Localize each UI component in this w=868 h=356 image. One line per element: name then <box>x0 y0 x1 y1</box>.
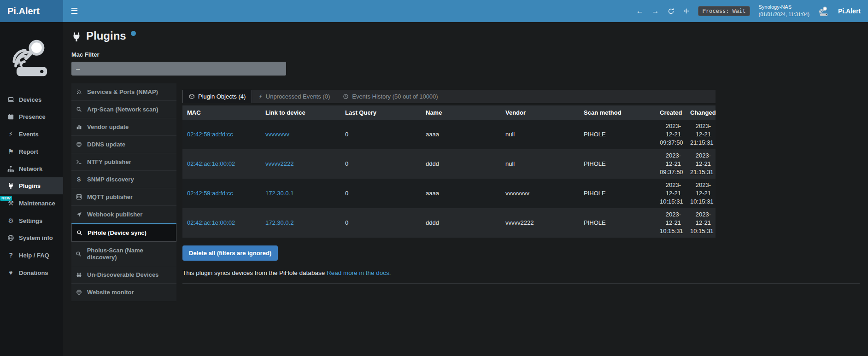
table-row: 02:42:59:ad:fd:ccvvvvvvvv0aaaanullPIHOLE… <box>182 120 716 149</box>
process-status-badge: Process: Wait <box>698 6 751 16</box>
sidebar-item-help-faq[interactable]: ?Help / FAQ <box>0 246 63 264</box>
col-header-mac: MAC <box>182 105 261 120</box>
plugin-nav-label: PiHole (Device sync) <box>88 229 147 236</box>
nav-back-icon[interactable]: ← <box>636 7 644 15</box>
plugin-nav-item-vendor-update[interactable]: Vendor update <box>71 118 176 136</box>
sidebar-item-label: Settings <box>19 217 42 224</box>
refresh-icon[interactable] <box>668 8 674 15</box>
cell-changed: 2023-12-2110:15:31 <box>686 208 716 238</box>
sidebar-item-system-info[interactable]: System info <box>0 229 63 246</box>
sidebar-item-label: Plugins <box>19 182 41 189</box>
cell-scan-method: PIHOLE <box>579 149 655 179</box>
flag-icon: ⚑ <box>7 148 15 155</box>
plugin-nav-label: MQTT publisher <box>87 193 133 200</box>
topbar: Pi.Alert ☰ ← → Process: Wait Synology-NA… <box>0 0 868 22</box>
cell-last-query: 0 <box>340 120 421 149</box>
sidebar-item-network[interactable]: Network <box>0 160 63 177</box>
plugin-nav-label: SNMP discovery <box>87 176 134 183</box>
cell-name: aaaa <box>421 120 501 149</box>
plugin-nav-item-pholus-scan-name-discovery[interactable]: Pholus-Scan (Name discovery) <box>71 242 176 266</box>
cell-created: 2023-12-2109:37:50 <box>655 149 686 179</box>
plugin-nav-label: Services & Ports (NMAP) <box>87 88 158 95</box>
mac-link[interactable]: 02:42:ac:1e:00:02 <box>187 160 235 167</box>
sidebar-item-report[interactable]: ⚑Report <box>0 143 63 160</box>
nav-forward-icon[interactable]: → <box>652 7 659 15</box>
plugin-nav-item-ntfy-publisher[interactable]: NTFY publisher <box>71 153 176 171</box>
col-header-link-to-device: Link to device <box>261 105 340 120</box>
mac-filter-label: Mac Filter <box>71 51 860 58</box>
sidebar-item-plugins[interactable]: Plugins <box>0 177 63 194</box>
tab-label: Plugin Objects (4) <box>198 93 246 100</box>
new-badge: NEW <box>0 196 12 201</box>
mac-link[interactable]: 02:42:ac:1e:00:02 <box>187 219 235 226</box>
sidebar-item-label: System info <box>19 234 53 241</box>
app-name: Pi.Alert <box>838 7 861 15</box>
binoculars-icon <box>75 272 82 278</box>
globe-icon <box>75 141 82 147</box>
device-datetime: (01/01/2024, 11:31:04) <box>758 11 809 18</box>
cell-changed: 2023-12-2121:15:31 <box>686 149 716 179</box>
sidebar-item-events[interactable]: ⚡Events <box>0 125 63 143</box>
sidebar-item-maintenance[interactable]: NEW⚒Maintenance <box>0 194 63 212</box>
snmp-icon: S <box>75 176 82 183</box>
plugin-nav-item-website-monitor[interactable]: Website monitor <box>71 284 176 301</box>
calendar-icon <box>7 113 15 120</box>
mac-link[interactable]: 02:42:59:ad:fd:cc <box>187 131 233 138</box>
table-row: 02:42:ac:1e:00:02vvvvv22220ddddnullPIHOL… <box>182 149 716 179</box>
sidebar-item-label: Network <box>19 165 42 172</box>
col-header-vendor: Vendor <box>501 105 579 120</box>
col-header-last-query: Last Query <box>340 105 421 120</box>
sidebar-item-label: Presence <box>19 113 46 120</box>
gear-icon: ⚙ <box>7 217 15 224</box>
docs-link[interactable]: Read more in the docs. <box>327 269 391 276</box>
mac-filter-input[interactable] <box>71 62 286 76</box>
app-logo[interactable]: Pi.Alert <box>0 0 63 22</box>
plugin-nav-item-pihole-device-sync[interactable]: PiHole (Device sync) <box>71 223 176 242</box>
col-header-changed: Changed <box>686 105 716 120</box>
plugin-nav-item-ddns-update[interactable]: DDNS update <box>71 136 176 153</box>
device-link[interactable]: vvvvvvvv <box>265 131 289 138</box>
plugins-content: Services & Ports (NMAP)Arp-Scan (Network… <box>71 83 860 301</box>
plugin-nav-item-un-discoverable-devices[interactable]: Un-Discoverable Devices <box>71 266 176 284</box>
send-icon <box>75 211 82 217</box>
delete-all-button[interactable]: Delete all (filters are ignored) <box>182 245 278 261</box>
sidebar-item-presence[interactable]: Presence <box>0 108 63 125</box>
cell-last-query: 0 <box>340 208 421 238</box>
sidebar-item-devices[interactable]: Devices <box>0 91 63 108</box>
cell-changed: 2023-12-2121:15:31 <box>686 120 716 149</box>
page-title: Plugins <box>86 29 126 42</box>
main-content: Plugins Mac Filter Services & Ports (NMA… <box>63 22 868 356</box>
device-link[interactable]: 172.30.0.2 <box>265 219 293 226</box>
globe-icon <box>7 234 15 241</box>
sidebar-item-label: Help / FAQ <box>19 252 49 259</box>
move-icon[interactable] <box>683 8 690 15</box>
plugin-nav-item-mqtt-publisher[interactable]: MQTT publisher <box>71 188 176 206</box>
title-help-badge[interactable] <box>131 31 136 36</box>
tab-events-history-50-out-of-10000[interactable]: Events History (50 out of 10000) <box>336 90 444 103</box>
clock-icon <box>343 93 349 99</box>
device-link[interactable]: 172.30.0.1 <box>265 190 293 197</box>
tab-plugin-objects-4[interactable]: Plugin Objects (4) <box>182 90 252 103</box>
cell-vendor: null <box>501 120 579 149</box>
plugin-panel: Plugin Objects (4)⚡Unprocessed Events (0… <box>182 83 860 284</box>
cell-name: dddd <box>421 208 501 238</box>
cell-created: 2023-12-2110:15:31 <box>655 179 686 208</box>
plugin-nav-item-services-ports-nmap[interactable]: Services & Ports (NMAP) <box>71 83 176 101</box>
tab-unprocessed-events-0[interactable]: ⚡Unprocessed Events (0) <box>252 90 336 103</box>
cell-scan-method: PIHOLE <box>579 120 655 149</box>
sidebar-item-donations[interactable]: ♥Donations <box>0 264 63 281</box>
cell-link-to-device: 172.30.0.1 <box>261 179 340 208</box>
device-link[interactable]: vvvvv2222 <box>265 160 293 167</box>
plugin-nav-label: Un-Discoverable Devices <box>87 271 158 278</box>
plugin-nav-label: Pholus-Scan (Name discovery) <box>87 247 173 261</box>
plugin-nav-item-webhook-publisher[interactable]: Webhook publisher <box>71 206 176 223</box>
plugin-nav-item-arp-scan-network-scan[interactable]: Arp-Scan (Network scan) <box>71 101 176 118</box>
sidebar-item-settings[interactable]: ⚙Settings <box>0 212 63 229</box>
cell-mac: 02:42:ac:1e:00:02 <box>182 208 261 238</box>
plugin-nav-item-snmp-discovery[interactable]: SSNMP discovery <box>71 171 176 188</box>
mac-link[interactable]: 02:42:59:ad:fd:cc <box>187 190 233 197</box>
menu-toggle-icon[interactable]: ☰ <box>63 0 85 22</box>
table-row: 02:42:59:ad:fd:cc172.30.0.10aaaavvvvvvvv… <box>182 179 716 208</box>
cell-scan-method: PIHOLE <box>579 208 655 238</box>
cell-link-to-device: vvvvv2222 <box>261 149 340 179</box>
